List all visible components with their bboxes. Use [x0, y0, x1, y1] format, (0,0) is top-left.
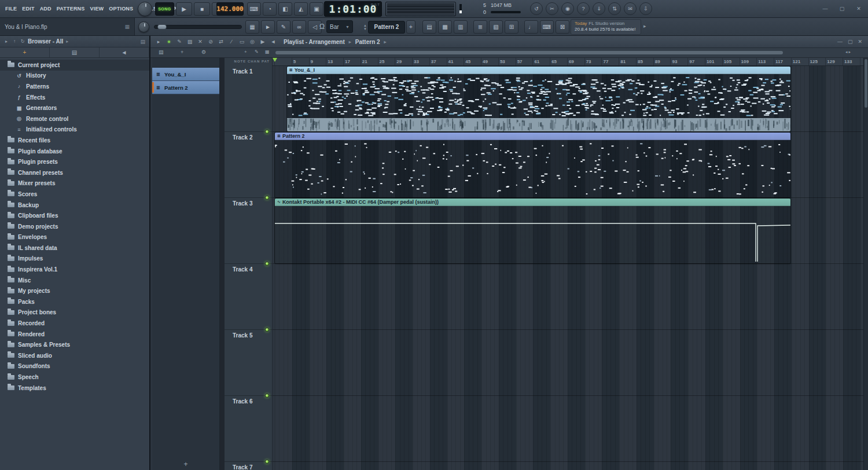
track-armed-led[interactable] — [265, 130, 269, 134]
browser-file-icon[interactable]: ▤ — [50, 47, 100, 57]
browser-item-remote-control[interactable]: ◎Remote control — [0, 113, 149, 124]
menu-icon[interactable]: ▸ — [154, 39, 163, 45]
browser-snapshot-icon[interactable]: ▤ — [140, 39, 145, 45]
browser-item-plugin-presets[interactable]: Plugin presets — [0, 156, 149, 167]
browser-item-misc[interactable]: Misc — [0, 275, 149, 286]
delete-tool-icon[interactable]: ✕ — [196, 39, 205, 45]
track-name-track-6[interactable]: Track 6 — [233, 398, 252, 405]
maximize-icon[interactable]: ▢ — [848, 39, 853, 45]
master-pitch-knob[interactable] — [138, 21, 149, 32]
track-piano-icon[interactable]: ▦ — [265, 49, 270, 54]
browser-item-soundfonts[interactable]: Soundfonts — [0, 361, 149, 372]
autoscroll-icon[interactable]: ► — [261, 20, 275, 34]
oscilloscope[interactable] — [385, 2, 456, 16]
cut-icon[interactable]: ✂ — [546, 2, 558, 15]
browser-item-initialized-controls[interactable]: ≡Initialized controls — [0, 124, 149, 135]
track-name-track-4[interactable]: Track 4 — [233, 266, 252, 273]
picker-piano-icon[interactable]: ▤ — [159, 49, 164, 55]
slice-tool-icon[interactable]: ∕ — [227, 39, 236, 45]
pattern-selector[interactable]: Pattern 2 — [368, 21, 405, 34]
browser-item-envelopes[interactable]: Envelopes — [0, 232, 149, 243]
piano-roll-icon[interactable]: ▩ — [438, 20, 452, 34]
browser-item-plugin-database[interactable]: Plugin database — [0, 146, 149, 157]
browser-item-sliced-audio[interactable]: Sliced audio — [0, 350, 149, 361]
vertical-scrollbar-handle[interactable] — [865, 59, 867, 108]
clip-you-i[interactable]: ≣You_&_I — [287, 67, 790, 131]
vertical-scrollbar[interactable] — [863, 58, 868, 470]
menu-patterns[interactable]: PATTERNS — [54, 4, 87, 13]
browser-item-impulses[interactable]: Impulses — [0, 254, 149, 265]
track-slide-icon[interactable]: ✎ — [255, 49, 259, 54]
picker-splitter[interactable] — [220, 58, 225, 470]
track-name-track-3[interactable]: Track 3 — [233, 200, 252, 207]
track-name-track-5[interactable]: Track 5 — [233, 332, 252, 339]
browser-item-patterns[interactable]: ♪Patterns — [0, 81, 149, 92]
select-tool-icon[interactable]: ▭ — [237, 39, 247, 45]
speaker-icon[interactable]: ◄ — [269, 39, 278, 45]
playhead-marker[interactable] — [273, 58, 277, 62]
track-armed-led[interactable] — [265, 262, 269, 266]
menu-edit[interactable]: EDIT — [20, 4, 36, 13]
timeline-ruler[interactable]: 5913172125293337414549535761656973778185… — [273, 58, 863, 66]
sync-icon[interactable]: ⇅ — [608, 2, 621, 15]
stop-button[interactable]: ■ — [194, 2, 210, 16]
minimize-icon[interactable]: — — [819, 4, 831, 13]
save-icon[interactable]: ⇓ — [593, 2, 605, 15]
pencil-tool-icon[interactable]: ✎ — [175, 39, 184, 45]
browser-item-speech[interactable]: Speech — [0, 372, 149, 383]
picker-tools-icon[interactable]: ⚙ — [201, 49, 206, 55]
step-sequencer-icon[interactable]: ▥ — [454, 20, 468, 34]
tap-tempo-icon[interactable]: ♩ — [524, 20, 538, 34]
browser-item-rendered[interactable]: Rendered — [0, 329, 149, 340]
browser-item-mixer-presets[interactable]: Mixer presets — [0, 178, 149, 189]
project-grid-icon[interactable]: ▦ — [124, 24, 130, 30]
record-dot-icon[interactable]: ● — [164, 39, 174, 45]
link-icon[interactable]: ∞ — [292, 20, 306, 34]
menu-file[interactable]: FILE — [3, 4, 19, 13]
blend-notes-icon[interactable]: ◧ — [278, 2, 292, 16]
playback-tool-icon[interactable]: ▶ — [258, 39, 267, 45]
paint-tool-icon[interactable]: ▨ — [185, 39, 194, 45]
slide-icon[interactable]: ✎ — [277, 20, 290, 34]
browser-item-samples-presets[interactable]: Samples & Presets — [0, 339, 149, 350]
playlist-icon[interactable]: ▤ — [422, 20, 436, 34]
zoom-tool-icon[interactable]: ◎ — [248, 39, 257, 45]
browser-item-scores[interactable]: Scores — [0, 189, 149, 200]
track-armed-led[interactable] — [265, 460, 269, 464]
minimize-icon[interactable]: — — [837, 39, 843, 45]
browser-item-clipboard-files[interactable]: Clipboard files — [0, 210, 149, 221]
browser-item-templates[interactable]: Templates — [0, 383, 149, 394]
track-name-track-2[interactable]: Track 2 — [233, 134, 252, 141]
mixer-icon[interactable]: ≣ — [473, 20, 487, 34]
track-name-track-7[interactable]: Track 7 — [233, 464, 252, 470]
browser-item-il-shared-data[interactable]: IL shared data — [0, 243, 149, 254]
chat-icon[interactable]: ✉ — [624, 2, 637, 15]
touch-keyboard-icon[interactable]: ⌨ — [540, 20, 554, 34]
volume-slider-handle[interactable] — [157, 24, 167, 30]
menu-view[interactable]: VIEW — [88, 4, 106, 13]
browser-item-project-bones[interactable]: Project bones — [0, 307, 149, 318]
play-button[interactable]: ▶ — [176, 2, 192, 16]
undo-icon[interactable]: ↺ — [530, 2, 543, 15]
update-notification[interactable]: TodayFL Studio version 20.8.4 build 2576… — [571, 19, 641, 35]
track-armed-led[interactable] — [265, 394, 269, 398]
browser-item-current-project[interactable]: Current project — [0, 60, 149, 71]
browser-collapse-icon[interactable]: ▸ — [2, 39, 10, 44]
close-icon[interactable]: ✕ — [853, 4, 865, 13]
time-display[interactable]: 1:01:00 R:S:T — [324, 1, 382, 17]
close-icon[interactable]: ✕ — [858, 39, 862, 45]
pattern-item-you-i[interactable]: ≣You_&_I — [152, 68, 219, 81]
slip-tool-icon[interactable]: ⇄ — [216, 39, 226, 45]
wait-input-icon[interactable]: ▣ — [310, 2, 323, 16]
browser-refresh-icon[interactable]: ↻ — [19, 39, 27, 44]
song-mode-switch[interactable]: SONG — [155, 2, 174, 16]
snap-selector[interactable]: Bar ▼ — [326, 20, 353, 33]
browser-item-effects[interactable]: ƒEffects — [0, 92, 149, 103]
browser-up-icon[interactable]: ↑ — [10, 39, 19, 44]
scroll-arrows-icon[interactable]: ◂▸ — [845, 50, 852, 54]
picker-add-button[interactable]: + — [152, 460, 219, 468]
mic-icon[interactable]: ◉ — [561, 2, 574, 15]
fl-logo-knob[interactable] — [138, 2, 152, 16]
browser-item-history[interactable]: ↺History — [0, 71, 149, 82]
track-armed-led[interactable] — [265, 196, 269, 200]
